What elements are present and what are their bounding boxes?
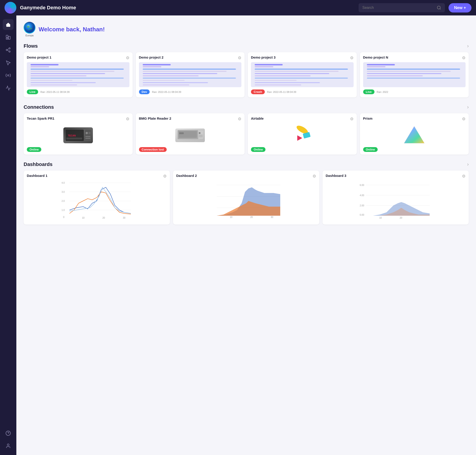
flow-card-2[interactable]: Demo project 2 ⚙ [136,52,245,98]
svg-rect-50 [254,84,301,85]
flow-card-3-preview [251,62,353,87]
flow-card-4-gear[interactable]: ⚙ [462,55,466,60]
dash-card-1[interactable]: Dashboard 1 ⚙ 4.0 3.0 2.0 1.0 [24,171,170,225]
avatar-label: Europa [25,34,33,37]
svg-text:30: 30 [271,216,273,219]
svg-rect-42 [254,66,273,67]
svg-point-6 [6,49,8,51]
svg-line-8 [8,50,9,51]
svg-rect-53 [367,66,386,67]
svg-point-7 [9,51,10,52]
svg-rect-35 [143,75,198,76]
conn-prism-title: Prism [363,116,373,120]
svg-text:4.0: 4.0 [62,182,65,184]
dash-2-gear[interactable]: ⚙ [312,174,316,179]
svg-rect-40 [251,62,353,87]
conn-card-bmg[interactable]: BMG Plate Reader 2 ⚙ [136,113,245,155]
svg-rect-2 [6,35,8,37]
sidebar-item-profile[interactable] [3,440,14,451]
sidebar-item-files[interactable] [3,32,14,43]
sidebar-item-home[interactable] [3,19,14,30]
flow-card-2-gear[interactable]: ⚙ [238,55,241,60]
conn-card-tecan[interactable]: Tecan Spark PR1 ⚙ [24,113,133,155]
flow-card-1[interactable]: Demo project 1 ⚙ [24,52,133,98]
connections-arrow[interactable]: › [467,104,469,110]
conn-card-prism[interactable]: Prism ⚙ [360,113,469,155]
svg-rect-31 [143,66,161,67]
svg-point-17 [28,29,30,30]
flow-card-4[interactable]: Demo project N ⚙ L [360,52,469,98]
flow-card-3-meta: Ran: 2022-05-11 08:04:39 [267,91,296,93]
svg-rect-33 [143,71,226,72]
connections-section-header: Connections › [24,104,469,110]
svg-marker-77 [297,135,302,141]
dash-1-title: Dashboard 1 [27,174,48,178]
svg-line-1 [440,9,441,9]
conn-tecan-image: TECAN [27,123,130,147]
svg-text:4.00: 4.00 [360,194,364,197]
conn-bmg-gear[interactable]: ⚙ [238,116,241,122]
svg-point-73 [199,132,201,134]
conn-bmg-image [139,123,242,147]
flows-cards: Demo project 1 ⚙ [24,52,469,98]
search-bar[interactable] [359,3,445,12]
svg-text:0.00: 0.00 [360,214,364,216]
svg-rect-21 [30,69,123,70]
svg-text:20: 20 [102,217,105,219]
sidebar-item-analytics[interactable] [3,83,14,94]
flow-card-4-meta: Ran: 2022 [377,91,388,93]
search-input[interactable] [362,6,435,10]
flows-arrow[interactable]: › [467,43,469,49]
flow-card-3[interactable]: Demo project 3 ⚙ [248,52,357,98]
flow-card-2-title: Demo project 2 [139,55,164,59]
svg-rect-54 [367,69,460,70]
new-button[interactable]: New + [449,3,471,12]
conn-prism-gear[interactable]: ⚙ [462,116,466,122]
svg-text:6.00: 6.00 [360,184,364,187]
svg-rect-75 [199,137,203,137]
prism-logo-svg [403,125,426,146]
svg-rect-74 [199,135,203,136]
dashboards-cards: Dashboard 1 ⚙ 4.0 3.0 2.0 1.0 [24,171,469,225]
flow-card-1-status: Live [27,89,38,94]
flow-card-3-gear[interactable]: ⚙ [350,55,353,60]
sidebar-item-tools[interactable] [3,70,14,81]
avatar-image [24,22,35,33]
svg-rect-67 [85,138,90,139]
dash-1-gear[interactable]: ⚙ [163,174,167,179]
svg-rect-3 [8,36,10,39]
svg-rect-4 [6,38,8,39]
svg-point-16 [30,28,32,29]
svg-rect-72 [179,132,184,134]
sidebar-item-cursor[interactable] [3,57,14,68]
dashboards-arrow[interactable]: › [467,162,469,167]
svg-rect-48 [254,80,297,81]
sidebar-item-share[interactable] [3,44,14,55]
conn-airtable-gear[interactable]: ⚙ [350,116,353,122]
svg-rect-70 [179,131,197,138]
sidebar-item-help[interactable] [3,428,14,439]
svg-text:0: 0 [63,216,65,219]
svg-rect-58 [367,78,460,79]
flow-card-1-preview [27,62,130,87]
dash-card-3[interactable]: Dashboard 3 ⚙ 6.00 4.00 2.00 0.00 [322,171,469,225]
area2-chart-svg: 6.00 4.00 2.00 0.00 10 20 [326,180,466,221]
main-content: Europa Welcome back, Nathan! Flows › Dem… [16,16,476,455]
conn-tecan-gear[interactable]: ⚙ [126,116,130,122]
dash-3-gear[interactable]: ⚙ [462,174,466,179]
svg-text:10: 10 [230,216,233,219]
svg-rect-44 [254,71,338,72]
app-title: Ganymede Demo Home [20,5,76,11]
conn-prism-status: Online [363,147,378,152]
svg-rect-71 [199,131,203,139]
flow-card-1-gear[interactable]: ⚙ [126,55,130,60]
svg-rect-29 [139,62,242,87]
svg-rect-38 [143,82,208,83]
conn-bmg-title: BMG Plate Reader 2 [139,116,172,120]
svg-point-65 [88,132,90,134]
dash-card-2[interactable]: Dashboard 2 ⚙ 10 20 30 [173,171,319,225]
conn-card-airtable[interactable]: Airtable ⚙ [248,113,357,155]
svg-text:10: 10 [82,217,85,219]
flow-card-1-meta: Ran: 2022-05-11 08:04:39 [41,91,69,93]
connections-cards: Tecan Spark PR1 ⚙ [24,113,469,155]
